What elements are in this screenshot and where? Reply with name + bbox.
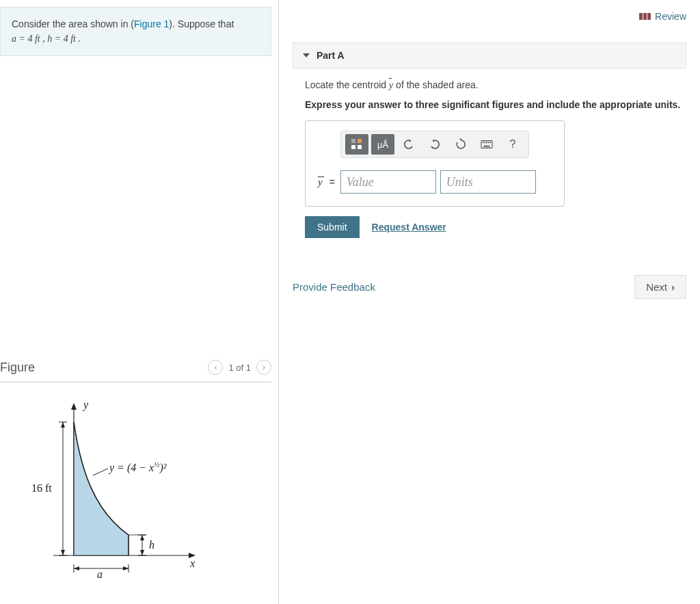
value-input[interactable] xyxy=(340,170,436,194)
next-label: Next xyxy=(646,281,667,293)
svg-rect-18 xyxy=(481,141,492,148)
part-instruction: Express your answer to three significant… xyxy=(305,98,685,112)
undo-button[interactable] xyxy=(397,134,420,155)
answer-row: y = xyxy=(318,170,552,194)
help-button[interactable]: ? xyxy=(501,134,524,155)
part-a-body: Locate the centroid y of the shaded area… xyxy=(293,68,686,241)
part-title: Part A xyxy=(317,50,345,61)
keyboard-button[interactable] xyxy=(475,134,498,155)
review-label: Review xyxy=(655,11,686,22)
redo-button[interactable] xyxy=(423,134,446,155)
special-chars-button[interactable]: µÅ xyxy=(371,134,394,155)
figure-h-label: h xyxy=(149,539,154,551)
request-answer-link[interactable]: Request Answer xyxy=(372,222,446,233)
problem-statement: Consider the area shown in (Figure 1). S… xyxy=(0,7,271,56)
figure-title: Figure xyxy=(0,360,35,375)
provide-feedback-link[interactable]: Provide Feedback xyxy=(293,281,375,293)
problem-text-post: ). Suppose that xyxy=(169,18,234,29)
template-button[interactable] xyxy=(345,134,368,155)
part-a-header[interactable]: Part A xyxy=(293,42,686,68)
ybar-symbol: y xyxy=(389,78,393,92)
submit-button[interactable]: Submit xyxy=(305,216,360,238)
part-prompt: Locate the centroid y of the shaded area… xyxy=(305,78,685,92)
figure-link[interactable]: Figure 1 xyxy=(134,18,169,29)
problem-text-pre: Consider the area shown in ( xyxy=(12,18,134,29)
svg-rect-23 xyxy=(490,142,492,143)
answer-var-label: y xyxy=(318,176,325,188)
equation-toolbar: µÅ ? xyxy=(340,131,529,158)
figure-curve-label: y = (4 − x½)² xyxy=(108,460,167,474)
units-input[interactable] xyxy=(440,170,536,194)
reset-button[interactable] xyxy=(449,134,472,155)
svg-rect-22 xyxy=(488,142,489,143)
svg-rect-16 xyxy=(351,145,355,149)
svg-rect-14 xyxy=(351,139,355,143)
answer-card: µÅ ? y = xyxy=(305,120,565,207)
svg-rect-20 xyxy=(484,142,485,143)
figure-height-label: 16 ft xyxy=(31,482,52,494)
figure-y-axis-label: y xyxy=(82,399,89,411)
review-link[interactable]: Review xyxy=(639,11,686,22)
figure-pager-text: 1 of 1 xyxy=(228,363,251,373)
svg-rect-15 xyxy=(358,139,362,143)
left-panel: Consider the area shown in (Figure 1). S… xyxy=(0,0,279,604)
next-button[interactable]: Next › xyxy=(634,275,686,299)
figure-prev-button[interactable]: ‹ xyxy=(208,360,223,375)
figure-image: y x 16 ft xyxy=(0,382,271,581)
equals-sign: = xyxy=(329,176,336,187)
svg-rect-17 xyxy=(358,145,362,149)
chevron-right-icon: › xyxy=(671,281,675,293)
flag-icon xyxy=(639,13,651,20)
problem-vars: a = 4 ft , h = 4 ft . xyxy=(12,34,81,44)
right-panel: Review Part A Locate the centroid y of t… xyxy=(279,0,700,604)
collapse-icon xyxy=(303,53,310,57)
svg-rect-19 xyxy=(483,142,484,143)
figure-next-button[interactable]: › xyxy=(256,360,271,375)
svg-rect-21 xyxy=(486,142,487,143)
figure-pager: ‹ 1 of 1 › xyxy=(208,360,271,375)
svg-line-13 xyxy=(93,469,108,475)
figure-x-axis-label: x xyxy=(189,557,195,569)
svg-rect-24 xyxy=(484,146,490,147)
figure-a-label: a xyxy=(97,568,103,579)
figure-block: Figure ‹ 1 of 1 › y x xyxy=(0,357,278,581)
